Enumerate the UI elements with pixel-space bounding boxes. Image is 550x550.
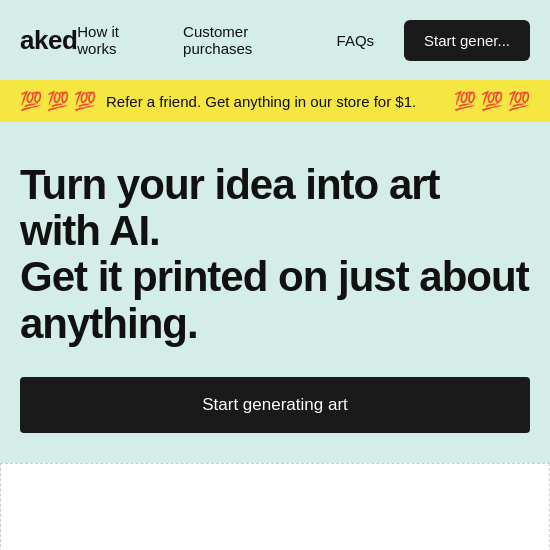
- promo-banner: 💯 💯 💯 Refer a friend. Get anything in ou…: [0, 80, 550, 122]
- nav-how-it-works[interactable]: How it works: [77, 23, 153, 57]
- hero-section: Turn your idea into art with AI. Get it …: [0, 122, 550, 463]
- hero-title-line2: Get it printed on just about anything.: [20, 253, 529, 346]
- nav-faqs[interactable]: FAQs: [337, 32, 375, 49]
- hero-title-line1: Turn your idea into art with AI.: [20, 161, 440, 254]
- bottom-section: [0, 463, 550, 550]
- banner-emoji-right: 💯 💯 💯: [454, 90, 530, 112]
- site-logo: aked: [20, 25, 77, 56]
- banner-text: Refer a friend. Get anything in our stor…: [106, 93, 444, 110]
- banner-emoji-left: 💯 💯 💯: [20, 90, 96, 112]
- navbar: aked How it works Customer purchases FAQ…: [0, 0, 550, 80]
- hero-cta-button[interactable]: Start generating art: [20, 377, 530, 433]
- hero-title: Turn your idea into art with AI. Get it …: [20, 162, 530, 347]
- nav-customer-purchases[interactable]: Customer purchases: [183, 23, 306, 57]
- nav-cta-button[interactable]: Start gener...: [404, 20, 530, 61]
- nav-links: How it works Customer purchases FAQs Sta…: [77, 20, 530, 61]
